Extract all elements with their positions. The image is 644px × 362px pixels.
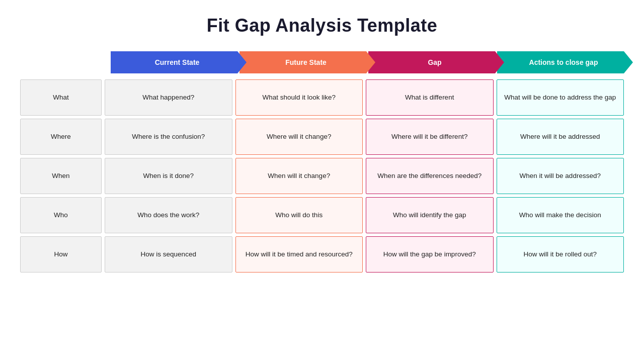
- cell-where-future: Where will it change?: [235, 119, 363, 155]
- cell-when-gap: When are the differences needed?: [366, 158, 494, 194]
- cell-where-actions: Where will it be addressed: [497, 119, 624, 155]
- cell-who-actions: Who will make the decision: [497, 197, 624, 233]
- header-gap: Gap: [368, 51, 495, 73]
- row-label-when: When: [20, 158, 102, 194]
- row-label-what: What: [20, 79, 102, 116]
- table-row: When When is it done? When will it chang…: [20, 158, 624, 194]
- cell-where-current: Where is the confusion?: [105, 119, 232, 155]
- cell-who-future: Who will do this: [235, 197, 363, 233]
- page-title: Fit Gap Analysis Template: [207, 15, 438, 36]
- cell-when-future: When will it change?: [235, 158, 363, 194]
- cell-what-gap: What is different: [366, 79, 494, 116]
- header-row: Current State Future State Gap Actions t…: [20, 51, 624, 73]
- header-current: Current State: [111, 51, 237, 73]
- row-label-how: How: [20, 236, 102, 273]
- table-row: What What happened? What should it look …: [20, 79, 624, 116]
- cell-how-current: How is sequenced: [105, 236, 232, 273]
- table: What What happened? What should it look …: [20, 79, 624, 273]
- cell-what-actions: What will be done to address the gap: [497, 79, 624, 116]
- cell-what-current: What happened?: [105, 79, 232, 116]
- cell-who-gap: Who will identify the gap: [366, 197, 494, 233]
- cell-where-gap: Where will it be different?: [366, 119, 494, 155]
- cell-how-actions: How will it be rolled out?: [497, 236, 624, 273]
- row-label-who: Who: [20, 197, 102, 233]
- cell-what-future: What should it look like?: [235, 79, 363, 116]
- cell-when-actions: When it will be addressed?: [497, 158, 624, 194]
- table-row: Where Where is the confusion? Where will…: [20, 119, 624, 155]
- header-future: Future State: [239, 51, 366, 73]
- row-label-where: Where: [20, 119, 102, 155]
- table-row: Who Who does the work? Who will do this …: [20, 197, 624, 233]
- cell-how-future: How will it be timed and resourced?: [235, 236, 363, 273]
- cell-when-current: When is it done?: [105, 158, 232, 194]
- header-actions: Actions to close gap: [497, 51, 624, 73]
- cell-how-gap: How will the gap be improved?: [366, 236, 494, 273]
- table-row: How How is sequenced How will it be time…: [20, 236, 624, 273]
- cell-who-current: Who does the work?: [105, 197, 232, 233]
